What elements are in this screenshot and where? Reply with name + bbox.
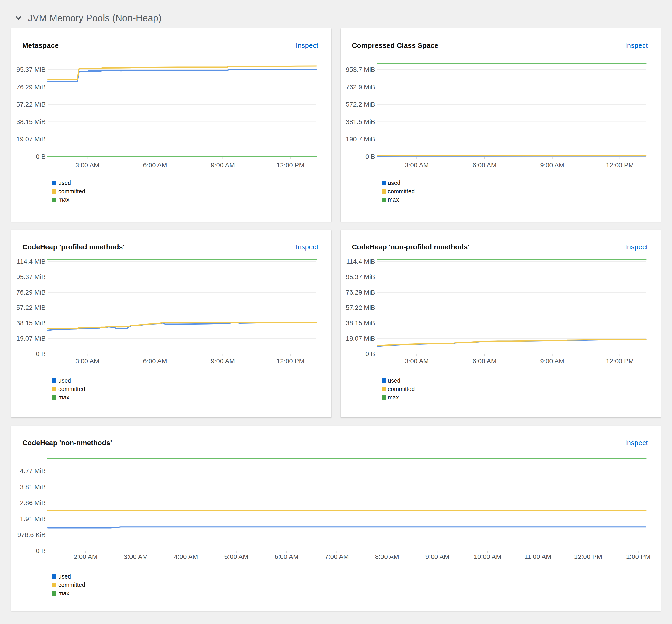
x-axis-label: 3:00 AM [405,358,429,365]
y-axis-label: 76.29 MiB [16,83,46,91]
y-axis-label: 38.15 MiB [16,319,46,327]
legend-swatch-used [52,379,56,383]
chart-title: Compressed Class Space [352,42,439,49]
dashboard-row: MetaspaceInspect95.37 MiB76.29 MiB57.22 … [11,28,661,222]
chart-plot-compressed-class-space[interactable]: 953.7 MiB762.9 MiB572.2 MiB381.5 MiB190.… [341,60,661,176]
series-line-used [377,339,646,346]
y-axis-label: 19.07 MiB [16,135,46,143]
x-axis-label: 8:00 AM [375,553,399,560]
y-axis-label: 190.7 MiB [346,135,375,143]
chart-plot-metaspace[interactable]: 95.37 MiB76.29 MiB57.22 MiB38.15 MiB19.0… [11,60,331,176]
chart-plot-codeheap-non-nmethods[interactable]: 4.77 MiB3.81 MiB2.86 MiB1.91 MiB976.6 Ki… [11,450,661,567]
y-axis-label: 953.7 MiB [346,66,375,73]
y-axis-label: 0 B [36,547,46,554]
series-line-used [48,527,646,528]
legend-swatch-used [382,181,386,185]
inspect-link[interactable]: Inspect [625,42,648,49]
y-axis-label: 2.86 MiB [20,499,46,506]
section-header[interactable]: JVM Memory Pools (Non-Heap) [11,8,661,25]
chevron-down-icon [15,15,22,22]
legend-item-max: max [52,590,661,597]
chart-card-header: CodeHeap 'non-profiled nmethods'Inspect [341,230,661,251]
legend-swatch-committed [52,583,56,587]
series-line-used [48,322,316,330]
dashboard-grid: MetaspaceInspect95.37 MiB76.29 MiB57.22 … [11,28,661,611]
x-axis-label: 6:00 AM [473,162,497,169]
chart-title: CodeHeap 'non-profiled nmethods' [352,243,470,251]
y-axis-label: 4.77 MiB [20,467,46,474]
chart-title: CodeHeap 'non-nmethods' [22,439,112,447]
y-axis-label: 76.29 MiB [346,289,375,296]
y-axis-label: 762.9 MiB [346,83,375,91]
legend-swatch-committed [382,189,386,193]
legend-item-committed: committed [382,386,661,392]
chart-plot-codeheap-non-profiled-nmethods[interactable]: 114.4 MiB95.37 MiB76.29 MiB57.22 MiB38.1… [341,257,661,373]
series-line-committed [377,156,646,156]
inspect-link[interactable]: Inspect [296,243,318,251]
x-axis-label: 10:00 AM [474,553,501,560]
x-axis-label: 3:00 AM [405,162,429,169]
legend-item-committed: committed [52,581,661,588]
y-axis-label: 0 B [36,153,46,160]
y-axis-label: 0 B [366,350,375,358]
y-axis-label: 76.29 MiB [16,289,46,296]
x-axis-label: 9:00 AM [540,162,564,169]
chart-card-header: CodeHeap 'profiled nmethods'Inspect [11,230,331,251]
chart-card-metaspace: MetaspaceInspect95.37 MiB76.29 MiB57.22 … [11,28,331,222]
series-line-committed [48,66,316,80]
y-axis-label: 57.22 MiB [16,304,46,311]
y-axis-label: 3.81 MiB [20,484,46,491]
legend-label: committed [388,188,415,195]
legend-label: used [58,573,71,580]
legend-swatch-committed [52,189,56,193]
legend-item-used: used [52,180,331,186]
x-axis-label: 12:00 PM [574,553,602,560]
legend-item-max: max [52,196,331,203]
chart-legend: usedcommittedmax [11,180,331,203]
y-axis-label: 38.15 MiB [346,319,375,327]
legend-item-committed: committed [52,188,331,195]
inspect-link[interactable]: Inspect [625,243,648,251]
x-axis-label: 6:00 AM [473,358,497,365]
x-axis-label: 12:00 PM [276,162,304,169]
x-axis-label: 9:00 AM [425,553,449,560]
legend-item-committed: committed [52,386,331,392]
x-axis-label: 6:00 AM [143,358,167,365]
inspect-link[interactable]: Inspect [296,42,318,49]
y-axis-label: 95.37 MiB [346,273,375,281]
chart-legend: usedcommittedmax [11,377,331,401]
y-axis-label: 0 B [366,153,375,160]
y-axis-label: 57.22 MiB [346,304,375,311]
legend-label: max [58,590,69,597]
legend-label: used [388,180,400,186]
legend-swatch-used [52,181,56,185]
x-axis-label: 12:00 PM [606,162,634,169]
legend-swatch-max [52,591,56,596]
legend-item-max: max [382,196,661,203]
x-axis-label: 5:00 AM [224,553,248,560]
chart-card-compressed-class-space: Compressed Class SpaceInspect953.7 MiB76… [341,28,661,222]
x-axis-label: 3:00 AM [75,358,99,365]
y-axis-label: 57.22 MiB [16,101,46,108]
x-axis-label: 3:00 AM [124,553,148,560]
y-axis-label: 95.37 MiB [16,273,46,281]
legend-label: used [58,180,71,186]
y-axis-label: 114.4 MiB [346,258,375,265]
y-axis-label: 38.15 MiB [16,118,46,126]
legend-label: committed [58,386,85,392]
chart-title: CodeHeap 'profiled nmethods' [22,243,125,251]
legend-swatch-committed [52,387,56,391]
chart-card-codeheap-non-profiled-nmethods: CodeHeap 'non-profiled nmethods'Inspect1… [341,230,661,417]
x-axis-label: 12:00 PM [606,358,634,365]
chart-legend: usedcommittedmax [341,180,661,203]
legend-item-used: used [382,180,661,186]
y-axis-label: 1.91 MiB [20,515,46,523]
legend-item-max: max [52,394,331,401]
x-axis-label: 9:00 AM [540,358,564,365]
y-axis-label: 572.2 MiB [346,101,375,108]
y-axis-label: 381.5 MiB [346,118,375,126]
y-axis-label: 19.07 MiB [346,335,375,342]
chart-plot-codeheap-profiled-nmethods[interactable]: 114.4 MiB95.37 MiB76.29 MiB57.22 MiB38.1… [11,257,331,373]
dashboard-row: CodeHeap 'profiled nmethods'Inspect114.4… [11,230,661,417]
inspect-link[interactable]: Inspect [625,439,648,447]
